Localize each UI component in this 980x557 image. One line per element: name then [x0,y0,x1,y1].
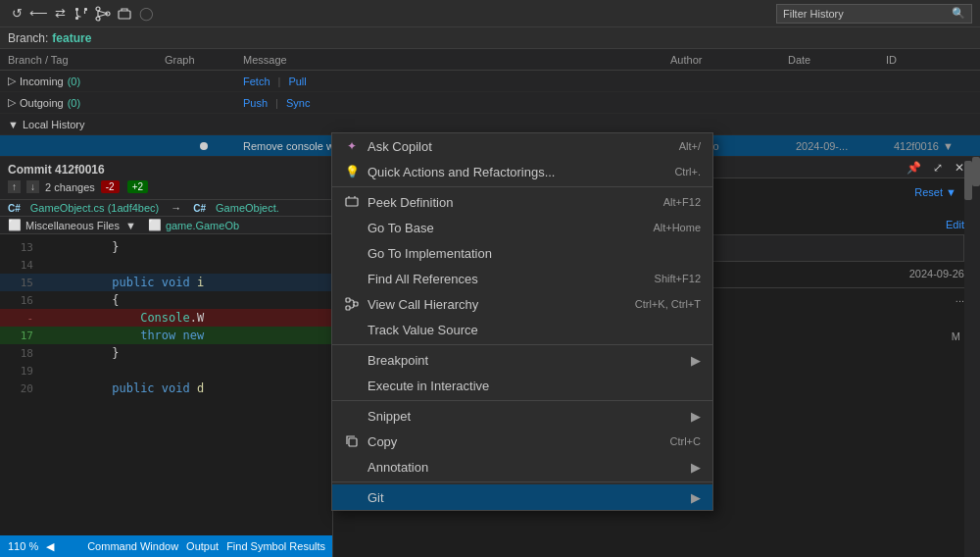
nav-down-button[interactable]: ↓ [26,180,39,193]
ctx-annotation-label: Annotation [368,460,667,475]
fetch-link[interactable]: Fetch [243,76,270,87]
sync-icon[interactable]: ⇄ [51,5,69,23]
refresh-icon[interactable]: ↺ [8,5,25,23]
incoming-expand-icon[interactable]: ▷ [8,75,16,87]
context-menu: ✦ Ask Copilot Alt+/ 💡 Quick Actions and … [331,132,713,511]
message-edit[interactable]: Edit [946,219,964,230]
outgoing-branch: ▷ Outgoing (0) [8,96,165,109]
find-symbol-tab[interactable]: Find Symbol Results [226,540,325,552]
incoming-count: (0) [68,76,80,87]
close-icon[interactable]: ✕ [955,161,964,175]
ctx-quick-actions[interactable]: 💡 Quick Actions and Refactorings... Ctrl… [332,159,712,184]
author-date: 2024-09-26 [909,268,964,279]
ctx-ask-copilot-shortcut: Alt+/ [679,140,701,152]
ctx-peek-definition[interactable]: Peek Definition Alt+F12 [332,189,712,215]
ctx-find-all-refs-shortcut: Shift+F12 [655,273,701,284]
code-line-19: 19 [0,362,332,380]
file-tab-cs-badge2: C# [193,203,206,214]
ctx-copy-shortcut: Ctrl+C [670,435,701,447]
changes-more-button[interactable]: ... [956,292,964,304]
filter-history-container: Filter History 🔍 [776,4,972,24]
ctx-git[interactable]: Git ▶ [332,484,712,510]
ctx-go-to-impl[interactable]: Go To Implementation [332,240,712,266]
ctx-find-all-refs[interactable]: Find All References Shift+F12 [332,266,712,291]
push-link[interactable]: Push [243,97,268,109]
git-extra-icon[interactable]: ◯ [137,5,155,23]
right-scrollbar-thumb [964,161,972,200]
ctx-call-hierarchy[interactable]: View Call Hierarchy Ctrl+K, Ctrl+T [332,291,712,317]
file-tab-arrow: → [171,202,181,214]
nav-up-button[interactable]: ↑ [8,180,21,193]
right-scrollbar[interactable] [964,157,972,557]
ctx-call-hierarchy-label: View Call Hierarchy [368,297,627,312]
dropdown-icon[interactable]: ⬜ [8,219,22,231]
git-stash-icon[interactable] [116,5,133,23]
ctx-snippet-label: Snippet [368,409,667,424]
incoming-label: Incoming [20,76,64,87]
svg-rect-6 [119,11,130,19]
ctx-snippet[interactable]: Snippet ▶ [332,403,712,429]
ctx-go-to-base[interactable]: Go To Base Alt+Home [332,215,712,240]
pull-link[interactable]: Pull [288,76,306,87]
reset-button[interactable]: Reset ▼ [914,186,956,198]
col-header-id: ID [886,54,964,66]
commit-row-id: 412f0016 ▼ [894,140,972,152]
code-line-14: 14 [0,256,332,274]
breakpoint-arrow-icon: ▶ [691,353,701,368]
pin-icon[interactable]: 📌 [906,161,921,175]
ctx-call-hierarchy-shortcut: Ctrl+K, Ctrl+T [635,298,701,310]
maximize-icon[interactable]: ⤢ [933,161,943,175]
outgoing-row[interactable]: ▷ Outgoing (0) Push | Sync [0,92,980,114]
ctx-execute-interactive-label: Execute in Interactive [368,379,693,393]
output-tab[interactable]: Output [186,540,219,552]
graph-dot [200,142,208,150]
peek-icon [344,194,360,210]
ctx-go-to-base-shortcut: Alt+Home [653,222,701,233]
code-line-add: 17 throw new [0,327,332,344]
scroll-left-icon[interactable]: ◀ [46,540,54,553]
changes-count: 2 changes [45,181,95,193]
toolbar-left: ↺ ⟵ ⇄ ◯ [8,5,155,23]
back-icon[interactable]: ⟵ [29,5,47,23]
sep2: | [275,97,278,109]
local-history-label: Local History [23,119,85,130]
misc-dropdown[interactable]: ▼ [125,220,136,231]
ctx-ask-copilot[interactable]: ✦ Ask Copilot Alt+/ [332,133,712,159]
snippet-icon [344,408,360,424]
code-line-15: 15 public void i [0,274,332,291]
file-tab-name1[interactable]: GameObject.cs (1adf4bec) [30,202,159,214]
ctx-track-value[interactable]: Track Value Source [332,317,712,342]
incoming-row[interactable]: ▷ Incoming (0) Fetch | Pull [0,71,980,92]
git-branch-icon[interactable] [73,5,90,23]
bulb-icon: 💡 [344,164,360,179]
vert-scrollbar[interactable] [972,157,980,557]
branch-label: Branch: [8,31,48,45]
local-history-expand[interactable]: ▼ [8,119,19,130]
annotation-icon [344,459,360,475]
sync-link[interactable]: Sync [286,97,310,109]
outgoing-actions: Push | Sync [243,97,972,109]
sep1: | [278,76,281,87]
annotation-arrow-icon: ▶ [691,460,701,475]
find-refs-icon [344,271,360,286]
ctx-go-to-impl-label: Go To Implementation [368,246,693,261]
separator-3 [332,400,712,401]
git-graph-icon[interactable] [94,5,112,23]
command-window-tab[interactable]: Command Window [87,540,178,552]
search-icon[interactable]: 🔍 [952,7,965,20]
outgoing-expand-icon[interactable]: ▷ [8,96,16,109]
ctx-copy-label: Copy [368,434,662,449]
separator-1 [332,186,712,187]
svg-rect-9 [354,302,358,306]
code-area: 13 } 14 15 public void i 16 { - [0,234,332,549]
ctx-execute-interactive[interactable]: Execute in Interactive [332,373,712,398]
file-tab-name2[interactable]: GameObject. [216,202,279,214]
svg-rect-1 [84,8,87,11]
git-arrow-icon: ▶ [691,490,701,505]
ctx-go-to-base-label: Go To Base [368,221,645,235]
left-panel: Commit 412f0016 ↑ ↓ 2 changes -2 +2 C# G… [0,157,333,557]
ctx-annotation[interactable]: Annotation ▶ [332,454,712,480]
commit-row-expand[interactable]: ▼ [943,140,954,152]
ctx-breakpoint[interactable]: Breakpoint ▶ [332,347,712,373]
ctx-copy[interactable]: Copy Ctrl+C [332,429,712,454]
